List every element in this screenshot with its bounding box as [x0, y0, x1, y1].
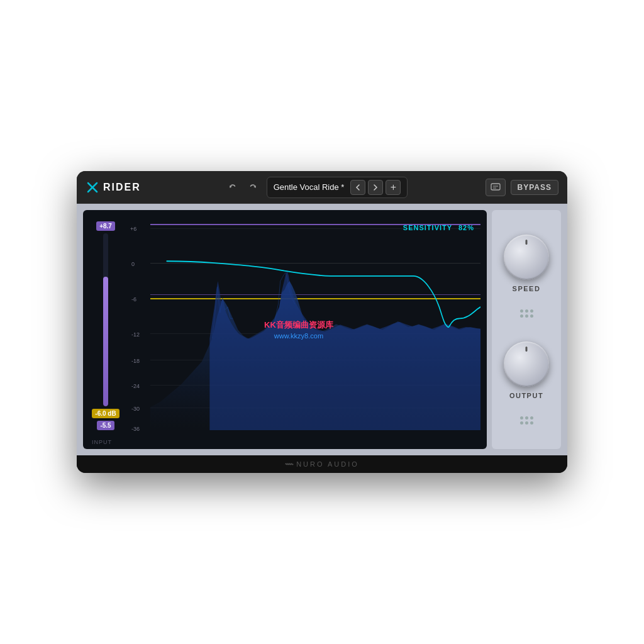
meter-label-top: +8.7	[96, 221, 115, 231]
db-label-n12: -12	[131, 331, 140, 338]
db-label-n6: -6	[131, 296, 136, 303]
dot12	[530, 421, 533, 425]
footer-label: NURO AUDIO	[296, 460, 359, 468]
output-knob[interactable]	[504, 341, 549, 387]
redo-button[interactable]	[244, 179, 262, 196]
dot2	[525, 309, 528, 313]
meter-bar-container	[103, 233, 108, 406]
preset-add-button[interactable]: +	[386, 180, 401, 195]
dot3	[530, 309, 533, 313]
dot11	[525, 421, 528, 425]
speed-label: SPEED	[513, 285, 541, 292]
knob-panel-dots-top	[520, 309, 533, 318]
footer-wave-icon	[285, 461, 294, 467]
db-label-n36: -36	[131, 426, 140, 432]
db-label-0: 0	[131, 261, 135, 267]
speed-knob[interactable]	[504, 235, 549, 280]
dot1	[520, 309, 523, 313]
db-labels-area: +6 0 -6 -12 -18 -24 -30 -36	[130, 224, 480, 430]
bypass-button[interactable]: BYPASS	[511, 180, 558, 195]
logo-text: RIDER	[103, 182, 141, 193]
logo-area: RIDER	[86, 180, 155, 194]
header-center: Gentle Vocal Ride * +	[155, 177, 477, 198]
main-body: SENSITIVITY 82% +8.7 -6.0 dB -5.5 +6 0 -…	[77, 204, 567, 455]
dot6	[530, 314, 533, 318]
db-label-n18: -18	[131, 358, 140, 364]
knob-panel-dots-bot	[520, 416, 533, 425]
footer: NURO AUDIO	[77, 455, 567, 473]
header-right: BYPASS	[477, 179, 558, 196]
logo-x-icon	[86, 180, 99, 194]
comment-button[interactable]	[486, 179, 506, 196]
visualization-svg	[150, 224, 480, 430]
meter-bar-fill	[103, 277, 108, 406]
input-meter: +8.7 -6.0 dB -5.5	[89, 221, 122, 430]
meter-label-mid: -6.0 dB	[92, 409, 119, 418]
header: RIDER Gentle Vocal Ride *	[77, 171, 567, 204]
speed-section: SPEED	[504, 235, 549, 292]
plugin-container: RIDER Gentle Vocal Ride *	[77, 171, 567, 473]
output-section: OUTPUT	[504, 341, 549, 399]
preset-name: Gentle Vocal Ride *	[274, 182, 345, 192]
dot5	[525, 314, 528, 318]
db-label-n30: -30	[131, 406, 140, 412]
meter-label-bot: -5.5	[97, 421, 114, 430]
input-label: INPUT	[92, 439, 112, 445]
undo-redo-group	[224, 179, 262, 196]
preset-nav: +	[350, 180, 401, 195]
dot9	[530, 416, 533, 419]
preset-prev-button[interactable]	[350, 180, 365, 195]
dot7	[520, 416, 523, 419]
db-label-n24: -24	[131, 383, 140, 389]
display-area: SENSITIVITY 82% +8.7 -6.0 dB -5.5 +6 0 -…	[83, 210, 487, 449]
preset-next-button[interactable]	[368, 180, 383, 195]
preset-display: Gentle Vocal Ride * +	[267, 177, 408, 198]
output-label: OUTPUT	[509, 392, 543, 399]
dot10	[520, 421, 523, 425]
knob-panel: SPEED OUTPUT	[492, 210, 561, 449]
dot4	[520, 314, 523, 318]
footer-logo: NURO AUDIO	[285, 460, 359, 468]
dot8	[525, 416, 528, 419]
db-label-p6: +6	[130, 226, 136, 232]
svg-rect-2	[491, 184, 500, 190]
undo-button[interactable]	[224, 179, 242, 196]
